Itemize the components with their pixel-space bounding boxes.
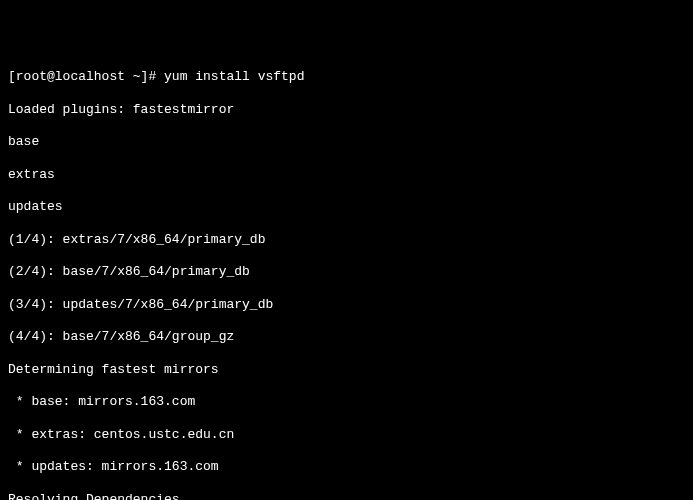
mirror-line: * extras: centos.ustc.edu.cn (8, 427, 685, 443)
mirror-line: * updates: mirrors.163.com (8, 459, 685, 475)
output-line: Loaded plugins: fastestmirror (8, 102, 685, 118)
download-line: (4/4): base/7/x86_64/group_gz (8, 329, 685, 345)
command-input: yum install vsftpd (164, 69, 304, 84)
repo-line: updates (8, 199, 685, 215)
download-line: (3/4): updates/7/x86_64/primary_db (8, 297, 685, 313)
mirror-line: * base: mirrors.163.com (8, 394, 685, 410)
download-line: (2/4): base/7/x86_64/primary_db (8, 264, 685, 280)
shell-prompt: [root@localhost ~]# (8, 69, 164, 84)
repo-line: extras (8, 167, 685, 183)
download-line: (1/4): extras/7/x86_64/primary_db (8, 232, 685, 248)
repo-line: base (8, 134, 685, 150)
command-prompt-line: [root@localhost ~]# yum install vsftpd (8, 69, 685, 85)
mirrors-header: Determining fastest mirrors (8, 362, 685, 378)
resolving-line: Resolving Dependencies (8, 492, 685, 501)
